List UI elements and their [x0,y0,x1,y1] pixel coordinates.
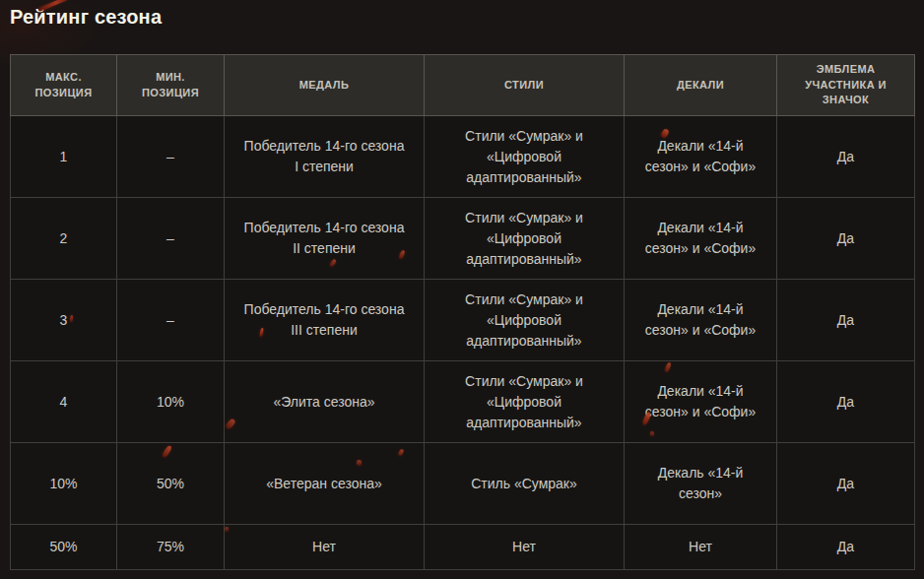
cell-min-position: 10% [117,361,225,443]
table-header: МАКС. ПОЗИЦИЯ МИН. ПОЗИЦИЯ МЕДАЛЬ СТИЛИ … [11,55,915,116]
cell-decals: Декали «14-й сезон» и «Софи» [625,198,777,280]
cell-medal: Нет [225,525,425,570]
cell-emblem: Да [777,116,915,198]
cell-max-position: 2 [11,198,117,280]
cell-min-position: 50% [117,443,225,525]
table-row: 2 – Победитель 14-го сезона II степени С… [11,198,915,280]
cell-decals: Декали «14-й сезон» и «Софи» [625,280,777,361]
cell-emblem: Да [777,361,915,443]
cell-styles: Стили «Сумрак» и «Цифровой адаптированны… [425,361,625,443]
header-emblem: ЭМБЛЕМА УЧАСТНИКА И ЗНАЧОК [777,55,915,116]
header-decals: ДЕКАЛИ [625,55,777,116]
cell-decals: Декали «14-й сезон» и «Софи» [625,116,777,198]
header-max-position: МАКС. ПОЗИЦИЯ [11,55,117,116]
table-row: 10% 50% «Ветеран сезона» Стиль «Сумрак» … [11,443,915,525]
cell-styles: Стили «Сумрак» и «Цифровой адаптированны… [425,280,625,361]
cell-emblem: Да [777,443,915,525]
table-body: 1 – Победитель 14-го сезона I степени Ст… [11,116,915,570]
cell-medal: Победитель 14-го сезона II степени [225,198,425,280]
cell-emblem: Да [777,525,915,570]
cell-styles: Стили «Сумрак» и «Цифровой адаптированны… [425,116,625,198]
cell-styles: Стили «Сумрак» и «Цифровой адаптированны… [425,198,625,280]
cell-max-position: 3 [11,280,117,361]
header-min-position: МИН. ПОЗИЦИЯ [117,55,225,116]
cell-emblem: Да [777,198,915,280]
cell-max-position: 1 [11,116,117,198]
cell-decals: Декали «14-й сезон» и «Софи» [625,361,777,443]
cell-min-position: 75% [117,525,225,570]
cell-medal: «Элита сезона» [225,361,425,443]
cell-max-position: 4 [11,361,117,443]
cell-min-position: – [117,116,225,198]
page-title: Рейтинг сезона [10,6,162,29]
table-row: 4 10% «Элита сезона» Стили «Сумрак» и «Ц… [11,361,915,443]
header-medal: МЕДАЛЬ [225,55,425,116]
season-rating-table: МАКС. ПОЗИЦИЯ МИН. ПОЗИЦИЯ МЕДАЛЬ СТИЛИ … [10,54,915,570]
header-row: МАКС. ПОЗИЦИЯ МИН. ПОЗИЦИЯ МЕДАЛЬ СТИЛИ … [11,55,915,116]
header-styles: СТИЛИ [425,55,625,116]
cell-min-position: – [117,280,225,361]
cell-emblem: Да [777,280,915,361]
cell-min-position: – [117,198,225,280]
table-row: 3 – Победитель 14-го сезона III степени … [11,280,915,361]
table-row: 50% 75% Нет Нет Нет Да [11,525,915,570]
cell-max-position: 10% [11,443,117,525]
cell-styles: Стиль «Сумрак» [425,443,625,525]
cell-styles: Нет [425,525,625,570]
cell-medal: «Ветеран сезона» [225,443,425,525]
cell-medal: Победитель 14-го сезона III степени [225,280,425,361]
table-row: 1 – Победитель 14-го сезона I степени Ст… [11,116,915,198]
cell-decals: Нет [625,525,777,570]
cell-decals: Декаль «14-й сезон» [625,443,777,525]
season-rating-page: Рейтинг сезона МАКС. ПОЗИЦИЯ МИН. ПОЗИЦИ… [0,0,924,579]
cell-medal: Победитель 14-го сезона I степени [225,116,425,198]
cell-max-position: 50% [11,525,117,570]
